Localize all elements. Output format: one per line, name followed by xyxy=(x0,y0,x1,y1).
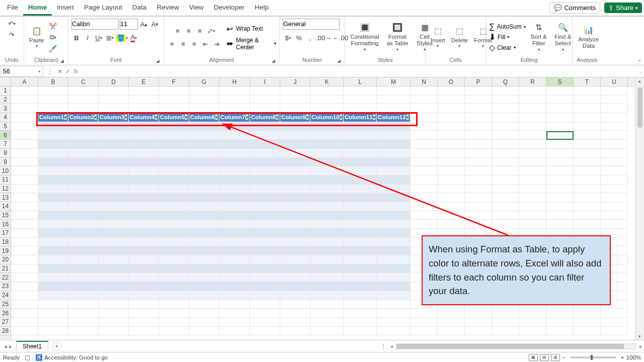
cell[interactable] xyxy=(68,175,99,185)
cell[interactable] xyxy=(519,86,546,96)
cell[interactable] xyxy=(519,220,546,229)
cell[interactable] xyxy=(310,255,344,264)
cell[interactable] xyxy=(38,264,68,274)
row-header[interactable]: 8 xyxy=(0,149,11,158)
cell[interactable] xyxy=(601,113,628,122)
cell[interactable] xyxy=(219,175,250,185)
cell[interactable] xyxy=(377,193,411,202)
row-header[interactable]: 25 xyxy=(0,300,11,309)
cell[interactable] xyxy=(11,131,38,140)
normal-view-button[interactable]: ▦ xyxy=(529,354,538,361)
cell[interactable] xyxy=(411,202,438,211)
cell[interactable] xyxy=(159,238,189,247)
cell[interactable] xyxy=(68,166,99,175)
row-header[interactable]: 27 xyxy=(0,318,11,327)
column-header[interactable]: D xyxy=(99,77,129,86)
fx-button[interactable]: fx xyxy=(73,68,78,75)
comments-button[interactable]: 💬 Comments xyxy=(549,2,600,14)
cell[interactable] xyxy=(38,175,68,185)
cell[interactable] xyxy=(129,149,159,158)
cell[interactable] xyxy=(377,238,411,247)
column-header[interactable]: Q xyxy=(492,77,519,86)
cell[interactable] xyxy=(310,175,344,185)
cell[interactable] xyxy=(344,131,377,140)
cell[interactable] xyxy=(280,175,310,185)
menu-item-page-layout[interactable]: Page Layout xyxy=(79,1,127,16)
cell[interactable] xyxy=(68,211,99,220)
cell[interactable] xyxy=(465,175,492,185)
cell[interactable] xyxy=(438,175,465,185)
cell[interactable] xyxy=(344,282,377,291)
cell[interactable] xyxy=(280,149,310,158)
cell[interactable] xyxy=(219,211,250,220)
cell[interactable] xyxy=(68,309,99,318)
cell[interactable] xyxy=(189,255,219,264)
cell[interactable] xyxy=(546,113,574,122)
column-header[interactable]: K xyxy=(310,77,344,86)
enter-formula-button[interactable]: ✓ xyxy=(65,68,70,75)
cell[interactable] xyxy=(38,300,68,309)
cell[interactable] xyxy=(129,318,159,327)
cell[interactable] xyxy=(280,96,310,105)
cell[interactable] xyxy=(344,211,377,220)
cell[interactable] xyxy=(465,122,492,131)
column-header[interactable]: C xyxy=(68,77,99,86)
cell[interactable] xyxy=(546,318,574,327)
cell[interactable] xyxy=(68,96,99,105)
cell[interactable] xyxy=(344,220,377,229)
cell[interactable] xyxy=(465,309,492,318)
cell[interactable] xyxy=(219,255,250,264)
cell[interactable] xyxy=(438,309,465,318)
cell[interactable] xyxy=(219,193,250,202)
cell[interactable] xyxy=(310,291,344,300)
cell[interactable] xyxy=(189,166,219,175)
cell[interactable] xyxy=(344,238,377,247)
cell[interactable] xyxy=(250,282,280,291)
cell[interactable] xyxy=(377,291,411,300)
font-color-button[interactable]: A▾ xyxy=(129,33,139,43)
cell[interactable] xyxy=(280,185,310,194)
cell[interactable] xyxy=(492,211,519,220)
cell[interactable] xyxy=(601,166,628,175)
cell[interactable] xyxy=(377,327,411,336)
cell[interactable] xyxy=(99,282,129,291)
find-select-button[interactable]: 🔍Find & Select▾ xyxy=(552,22,574,53)
cell[interactable] xyxy=(11,158,38,167)
cell[interactable] xyxy=(68,202,99,211)
cell[interactable] xyxy=(129,211,159,220)
cell[interactable] xyxy=(377,86,411,96)
italic-button[interactable]: I xyxy=(83,33,93,43)
cell[interactable] xyxy=(377,149,411,158)
cell[interactable] xyxy=(68,185,99,194)
cell[interactable] xyxy=(99,291,129,300)
cell[interactable] xyxy=(11,238,38,247)
cell[interactable] xyxy=(38,220,68,229)
cell[interactable] xyxy=(250,318,280,327)
cell[interactable] xyxy=(438,193,465,202)
cell[interactable] xyxy=(344,273,377,282)
zoom-slider[interactable] xyxy=(571,356,616,358)
cell[interactable] xyxy=(519,131,546,140)
cell[interactable] xyxy=(492,166,519,175)
cell[interactable] xyxy=(99,229,129,238)
cell[interactable] xyxy=(310,86,344,96)
cell[interactable] xyxy=(411,140,438,149)
cell[interactable] xyxy=(68,291,99,300)
cell[interactable] xyxy=(492,175,519,185)
cell[interactable] xyxy=(438,122,465,131)
cell[interactable] xyxy=(159,300,189,309)
cell[interactable] xyxy=(68,220,99,229)
cell[interactable] xyxy=(38,255,68,264)
cell[interactable] xyxy=(99,211,129,220)
cell[interactable] xyxy=(189,211,219,220)
align-center-button[interactable]: ≡ xyxy=(178,39,188,49)
cell[interactable] xyxy=(99,96,129,105)
zoom-out-button[interactable]: − xyxy=(562,354,566,360)
cell[interactable] xyxy=(250,255,280,264)
cell[interactable] xyxy=(68,238,99,247)
row-header[interactable]: 5 xyxy=(0,122,11,131)
cell[interactable] xyxy=(38,282,68,291)
cell[interactable] xyxy=(344,291,377,300)
next-sheet-button[interactable]: ▸ xyxy=(8,343,13,350)
cell[interactable] xyxy=(519,309,546,318)
